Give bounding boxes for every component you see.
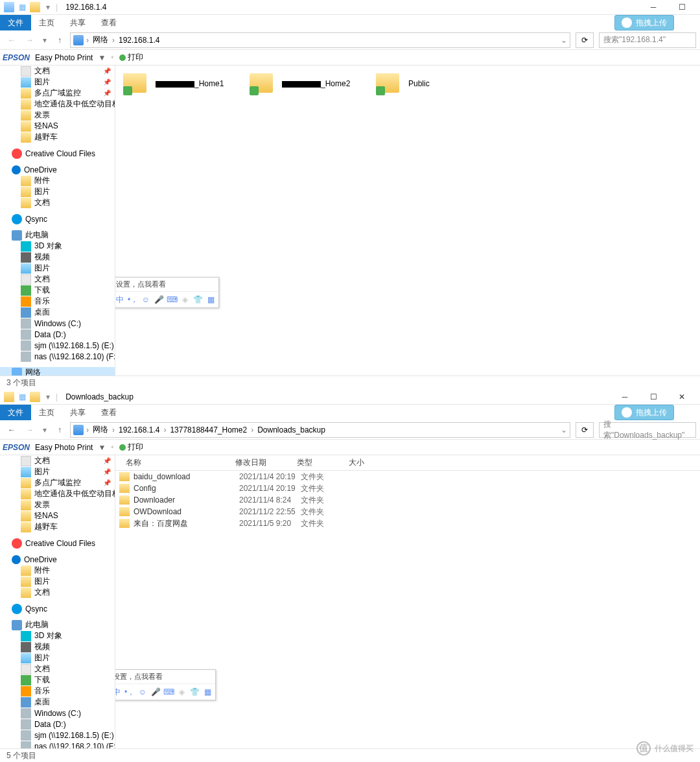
ime-menu-icon[interactable]: ▦	[203, 687, 212, 697]
content-pane[interactable]: _Home1_Home2Public 个性设置，点我看看 S 中 •， ☺ 🎤 …	[115, 65, 700, 375]
tree-item[interactable]: 附件	[0, 565, 115, 576]
tree-item[interactable]: 发票	[0, 499, 115, 510]
ime-emoji-icon[interactable]: ☺	[138, 687, 147, 697]
folder-tile[interactable]: _Home1	[123, 72, 230, 95]
tab-file[interactable]: 文件	[0, 405, 31, 420]
tree-item[interactable]: 视频	[0, 641, 115, 652]
minimize-button[interactable]: ─	[611, 390, 639, 405]
back-button[interactable]: ←	[4, 32, 19, 48]
tree-item[interactable]: Windows (C:)	[0, 708, 115, 719]
print-button[interactable]: 打印	[119, 52, 143, 63]
addr-dropdown-icon[interactable]: ⌄	[561, 425, 567, 435]
ime-tool-icon[interactable]: 👕	[190, 687, 199, 697]
crumb-2[interactable]: 13778188447_Home2	[169, 425, 248, 435]
ime-popup[interactable]: 个性设置，点我看看 S 中 •， ☺ 🎤 ⌨ ◈ 👕 ▦	[115, 277, 219, 308]
epson-epp-label[interactable]: Easy Photo Print	[35, 443, 93, 452]
search-input[interactable]: 搜索"192.168.1.4"	[599, 32, 696, 48]
ime-punct-icon[interactable]: •，	[125, 687, 134, 697]
crumb-network[interactable]: 网络	[91, 34, 110, 45]
file-row[interactable]: OWDownload2021/11/2 22:55文件夹	[115, 506, 700, 518]
ime-tool-icon[interactable]: 👕	[193, 295, 202, 304]
tree-qsync[interactable]: Qsync	[0, 603, 115, 614]
recent-dropdown[interactable]: ▾	[40, 32, 49, 48]
tree-item[interactable]: nas (\\192.168.2.10) (F:)	[0, 351, 115, 362]
tree-item[interactable]: 视频	[0, 252, 115, 263]
refresh-button[interactable]: ⟳	[576, 32, 594, 48]
tree-item[interactable]: Windows (C:)	[0, 318, 115, 329]
tree-item[interactable]: sjm (\\192.168.1.5) (E:)	[0, 340, 115, 351]
ime-tip[interactable]: 个性设置，点我看看	[115, 278, 218, 291]
crumb-0[interactable]: 网络	[91, 424, 110, 435]
ime-kbd-icon[interactable]: ⌨	[164, 687, 173, 697]
tree-onedrive[interactable]: OneDrive	[0, 554, 115, 565]
titlebar[interactable]: ▦ ▾ | 192.168.1.4 ─ ☐	[0, 0, 700, 15]
tree-item[interactable]: 文档	[0, 197, 115, 208]
ime-lang[interactable]: 中	[115, 687, 121, 697]
tree-item[interactable]: 轻NAS	[0, 121, 115, 132]
col-date[interactable]: 修改日期	[235, 457, 297, 468]
up-button[interactable]: ↑	[52, 32, 67, 48]
tree-qsync[interactable]: Qsync	[0, 213, 115, 224]
tree-item[interactable]: sjm (\\192.168.1.5) (E:)	[0, 730, 115, 741]
tab-share[interactable]: 共享	[62, 405, 93, 420]
crumb-host[interactable]: 192.168.1.4	[117, 36, 161, 45]
ime-lang[interactable]: 中	[115, 295, 124, 304]
tree-item[interactable]: 图片	[0, 652, 115, 663]
dropdown-icon[interactable]: ▼	[98, 53, 106, 62]
upload-button[interactable]: 拖拽上传	[614, 15, 674, 30]
qat-dropdown-icon[interactable]: ▾	[43, 2, 53, 12]
tree-item[interactable]: 图片	[0, 186, 115, 197]
tree-item[interactable]: 图片📌	[0, 466, 115, 477]
tree-item[interactable]: 桌面	[0, 307, 115, 318]
tree-item[interactable]: 文档📌	[0, 455, 115, 466]
tree-item[interactable]: 桌面	[0, 697, 115, 708]
chevron-right-icon[interactable]: ›	[85, 425, 90, 435]
nav-pane[interactable]: 文档📌图片📌多点广域监控📌地空通信及中低空动目标监控发票轻NAS越野车Creat…	[0, 455, 115, 748]
crumb-3[interactable]: Downloads_backup	[256, 425, 327, 435]
tab-view[interactable]: 查看	[93, 405, 124, 420]
tree-item[interactable]: 多点广域监控📌	[0, 477, 115, 488]
col-name[interactable]: 名称	[115, 457, 235, 468]
tree-item[interactable]: 下载	[0, 674, 115, 685]
tree-item[interactable]: 地空通信及中低空动目标监控	[0, 99, 115, 110]
folder-tile[interactable]: Public	[376, 72, 483, 95]
file-row[interactable]: Config2021/11/4 20:19文件夹	[115, 482, 700, 494]
ime-skin-icon[interactable]: ◈	[177, 687, 186, 697]
chevron-right-icon[interactable]: ›	[162, 425, 167, 435]
ime-tip[interactable]: 个性设置，点我看看	[115, 670, 215, 684]
up-button[interactable]: ↑	[52, 422, 67, 438]
maximize-button[interactable]: ☐	[639, 390, 668, 405]
tree-item[interactable]: Data (D:)	[0, 719, 115, 730]
tree-item[interactable]: Data (D:)	[0, 329, 115, 340]
ime-skin-icon[interactable]: ◈	[180, 295, 189, 304]
qat-newfolder-icon[interactable]	[30, 2, 40, 12]
dropdown-icon[interactable]: ▼	[98, 443, 106, 452]
tree-item[interactable]: 文档	[0, 663, 115, 674]
print-button[interactable]: 打印	[119, 442, 143, 453]
ime-punct-icon[interactable]: •，	[128, 295, 137, 304]
qat-newfolder-icon[interactable]	[30, 392, 40, 402]
tree-thispc[interactable]: 此电脑	[0, 619, 115, 630]
forward-button[interactable]: →	[22, 32, 38, 48]
tree-item[interactable]: 越野车	[0, 132, 115, 143]
tree-item[interactable]: 文档	[0, 274, 115, 285]
ime-emoji-icon[interactable]: ☺	[141, 295, 150, 304]
ime-popup[interactable]: 个性设置，点我看看 S 中 •， ☺ 🎤 ⌨ ◈ 👕 ▦	[115, 669, 216, 700]
col-size[interactable]: 大小	[349, 457, 381, 468]
address-bar[interactable]: › 网络 › 192.168.1.4 ⌄	[70, 32, 570, 48]
tree-item[interactable]: 下载	[0, 285, 115, 296]
qat-properties-icon[interactable]: ▦	[17, 392, 27, 402]
address-bar[interactable]: › 网络 › 192.168.1.4 › 13778188447_Home2 ›…	[70, 422, 570, 438]
ime-mic-icon[interactable]: 🎤	[154, 295, 163, 304]
upload-button[interactable]: 拖拽上传	[614, 405, 674, 420]
tree-item[interactable]: 图片	[0, 263, 115, 274]
tree-item[interactable]: 附件	[0, 175, 115, 186]
folder-tile[interactable]: _Home2	[250, 72, 356, 95]
crumb-1[interactable]: 192.168.1.4	[117, 425, 161, 435]
file-row[interactable]: Downloader2021/11/4 8:24文件夹	[115, 494, 700, 506]
tab-share[interactable]: 共享	[62, 15, 93, 30]
tree-network[interactable]: 网络	[0, 367, 115, 375]
titlebar[interactable]: ▦ ▾ | Downloads_backup ─ ☐ ✕	[0, 390, 700, 405]
qat-dropdown-icon[interactable]: ▾	[43, 392, 53, 402]
chevron-right-icon[interactable]: ›	[85, 36, 90, 45]
